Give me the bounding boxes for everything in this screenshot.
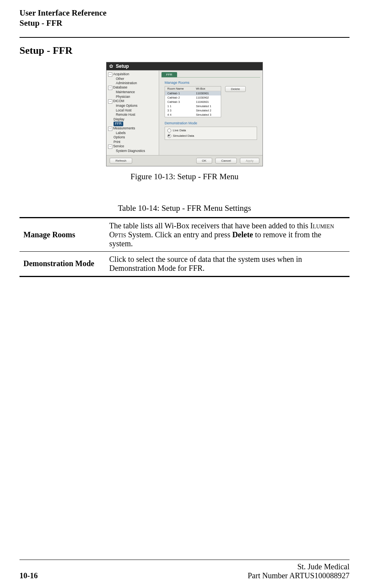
radio-icon bbox=[167, 134, 171, 138]
footer-part-number: Part Number ARTUS100088927 bbox=[248, 571, 349, 580]
tree-item-ffr[interactable]: FFR bbox=[108, 122, 158, 126]
table-caption: Table 10-14: Setup - FFR Menu Settings bbox=[20, 203, 349, 213]
demo-simulated-radio[interactable]: Simulated Data bbox=[167, 134, 254, 138]
table-row[interactable]: Cathlab 2 11030902 bbox=[165, 95, 221, 100]
tree-item-options[interactable]: Options bbox=[108, 135, 158, 139]
page-footer: 10-16 St. Jude Medical Part Number ARTUS… bbox=[20, 560, 349, 580]
setup-window: ✿ Setup –Acquisition Other Administratio… bbox=[106, 62, 263, 166]
tree-item-acquisition[interactable]: –Acquisition bbox=[108, 72, 158, 77]
running-head-line1: User Interface Reference bbox=[20, 8, 349, 18]
tree-toggle-icon[interactable]: – bbox=[108, 72, 112, 77]
tree-item-labels[interactable]: Labels bbox=[108, 131, 158, 135]
running-head-line2: Setup - FFR bbox=[20, 18, 349, 28]
delete-button[interactable]: Delete bbox=[225, 86, 246, 92]
footer-company: St. Jude Medical bbox=[248, 562, 349, 571]
table-row[interactable]: Cathlab 1 11030901 bbox=[165, 91, 221, 95]
rooms-col-wibox: Wi-Box bbox=[193, 86, 221, 91]
apply-button[interactable]: Apply bbox=[240, 158, 259, 164]
ok-button[interactable]: OK bbox=[196, 158, 213, 164]
tree-item-administration[interactable]: Administration bbox=[108, 81, 158, 85]
refresh-button[interactable]: Refresh bbox=[110, 158, 132, 164]
setup-tree: –Acquisition Other Administration –Datab… bbox=[106, 71, 159, 155]
demo-live-radio[interactable]: Live Data bbox=[167, 129, 254, 132]
tree-item-ffr-label: FFR bbox=[114, 122, 123, 126]
setting-desc: The table lists all Wi-Box receivers tha… bbox=[105, 217, 349, 251]
setting-name: Demonstration Mode bbox=[20, 251, 105, 276]
tree-item-other[interactable]: Other bbox=[108, 77, 158, 81]
tree-item-system-diagnostics[interactable]: System Diagnostics bbox=[108, 149, 158, 153]
table-row[interactable]: 1 1 Simulated 1 bbox=[165, 104, 221, 108]
tree-item-maintenance[interactable]: Maintenance bbox=[108, 90, 158, 94]
tree-toggle-icon[interactable]: – bbox=[108, 127, 112, 131]
table-row[interactable]: 3 3 Simulated 2 bbox=[165, 108, 221, 113]
setup-title: Setup bbox=[116, 64, 129, 69]
setting-desc: Click to select the source of data that … bbox=[105, 251, 349, 276]
tree-toggle-icon[interactable]: – bbox=[108, 99, 112, 104]
demo-mode-title: Demonstration Mode bbox=[165, 121, 257, 125]
tree-item-remote-host[interactable]: Remote Host bbox=[108, 113, 158, 117]
tree-item-display[interactable]: Display bbox=[108, 117, 158, 122]
page-number: 10-16 bbox=[20, 571, 38, 580]
tree-item-image-options[interactable]: Image Options bbox=[108, 104, 158, 108]
tree-item-local-host[interactable]: Local Host bbox=[108, 108, 158, 113]
tree-toggle-icon[interactable]: – bbox=[108, 86, 112, 90]
pane-tab-ffr[interactable]: FFR bbox=[161, 72, 177, 77]
tree-item-measurements[interactable]: –Measurements bbox=[108, 126, 158, 131]
radio-icon bbox=[167, 129, 171, 132]
footer-rule bbox=[20, 560, 349, 560]
header-rule bbox=[20, 37, 349, 38]
rooms-table[interactable]: Room Name Wi-Box Cathlab 1 11030901 bbox=[165, 86, 221, 117]
tree-item-service[interactable]: –Service bbox=[108, 144, 158, 149]
tree-item-dicom[interactable]: –DICOM bbox=[108, 99, 158, 104]
gear-icon: ✿ bbox=[109, 64, 114, 69]
tree-toggle-icon[interactable]: – bbox=[108, 145, 112, 149]
rooms-col-room: Room Name bbox=[165, 86, 194, 91]
manage-rooms-title: Manage Rooms bbox=[165, 81, 257, 85]
tree-item-physician[interactable]: Physician bbox=[108, 95, 158, 99]
cancel-button[interactable]: Cancel bbox=[215, 158, 237, 164]
setting-name: Manage Rooms bbox=[20, 217, 105, 251]
table-row[interactable]: Cathlab 3 11040601 bbox=[165, 100, 221, 104]
tree-item-print[interactable]: Print bbox=[108, 140, 158, 144]
table-row[interactable]: 4 4 Simulated 3 bbox=[165, 113, 221, 117]
figure-caption: Figure 10-13: Setup - FFR Menu bbox=[130, 172, 238, 182]
running-head: User Interface Reference Setup - FFR bbox=[20, 8, 349, 28]
settings-table: Manage Rooms The table lists all Wi-Box … bbox=[20, 217, 349, 277]
setup-titlebar: ✿ Setup bbox=[106, 62, 263, 70]
section-title: Setup - FFR bbox=[20, 45, 349, 57]
tree-item-database[interactable]: –Database bbox=[108, 85, 158, 90]
